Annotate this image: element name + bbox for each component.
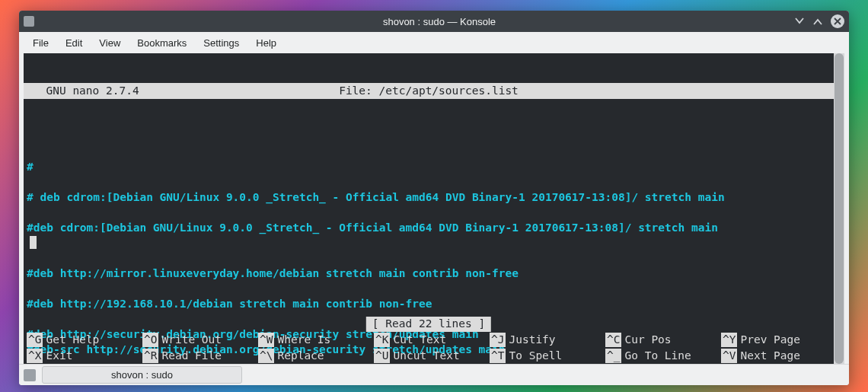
editor-line <box>24 206 834 221</box>
nano-shortcut-key: ^\ <box>258 349 274 364</box>
app-menu-icon[interactable] <box>24 16 34 27</box>
nano-shortcut-label: Write Out <box>161 333 222 348</box>
cursor <box>30 236 37 249</box>
nano-shortcut-key: ^T <box>490 349 506 364</box>
tab-session[interactable]: shovon : sudo <box>42 366 242 384</box>
nano-shortcut-label: Read File <box>161 349 222 364</box>
konsole-window: shovon : sudo — Konsole File Edit View B… <box>19 11 849 385</box>
nano-shortcut-key: ^J <box>490 333 506 348</box>
editor-line: # deb cdrom:[Debian GNU/Linux 9.0.0 _Str… <box>24 190 834 206</box>
nano-shortcut-key: ^X <box>27 349 43 364</box>
nano-shortcut: ^TTo Spell <box>487 348 602 364</box>
close-button[interactable] <box>831 14 844 28</box>
nano-shortcut: ^KCut Text <box>371 332 487 348</box>
editor-line: #deb http://192.168.10.1/debian stretch … <box>24 297 834 312</box>
nano-shortcut: ^RRead File <box>139 348 255 364</box>
nano-shortcut-label: Exit <box>46 349 72 364</box>
nano-shortcut-key: ^V <box>721 349 737 364</box>
nano-shortcut: ^OWrite Out <box>139 332 255 348</box>
menubar: File Edit View Bookmarks Settings Help <box>19 32 849 53</box>
editor-line <box>24 236 834 251</box>
editor-line <box>24 175 834 190</box>
nano-shortcut-label: Where Is <box>277 333 330 348</box>
nano-shortcut: ^YPrev Page <box>718 332 834 348</box>
nano-shortcut: ^WWhere Is <box>255 332 371 348</box>
menu-settings[interactable]: Settings <box>196 34 247 52</box>
editor-line: # <box>24 160 834 175</box>
nano-shortcut-key: ^C <box>605 333 621 348</box>
nano-shortcut-label: Prev Page <box>740 333 800 348</box>
new-tab-icon[interactable] <box>24 369 36 381</box>
window-title: shovon : sudo — Konsole <box>85 16 794 27</box>
nano-shortcut: ^\Replace <box>255 348 371 364</box>
nano-file: File: /etc/apt/sources.list <box>339 84 519 99</box>
terminal-area[interactable]: GNU nano 2.7.4 File: /etc/apt/sources.li… <box>24 53 834 364</box>
nano-shortcut-key: ^W <box>258 333 274 348</box>
nano-shortcut-key: ^K <box>374 333 390 348</box>
menu-bookmarks[interactable]: Bookmarks <box>129 34 194 52</box>
tabbar: shovon : sudo <box>19 364 849 385</box>
nano-shortcut: ^_Go To Line <box>602 348 718 364</box>
nano-shortcut-key: ^U <box>374 349 390 364</box>
editor-line <box>24 282 834 297</box>
scrollbar[interactable] <box>834 53 844 364</box>
nano-shortcut-label: Uncut Text <box>393 349 459 364</box>
nano-shortcut-label: Justify <box>509 333 555 348</box>
nano-shortcut-key: ^R <box>142 349 158 364</box>
nano-shortcut: ^GGet Help <box>24 332 139 348</box>
nano-shortcut-label: Cur Pos <box>624 333 671 348</box>
maximize-button[interactable] <box>812 16 823 27</box>
scrollbar-thumb[interactable] <box>834 53 844 364</box>
editor-line: #deb http://mirror.linuxeveryday.home/de… <box>24 266 834 282</box>
nano-shortcut-key: ^_ <box>605 349 621 364</box>
nano-shortcut-label: To Spell <box>509 349 562 364</box>
minimize-button[interactable] <box>794 16 805 27</box>
editor-line <box>24 251 834 266</box>
nano-header: GNU nano 2.7.4 File: /etc/apt/sources.li… <box>24 83 834 99</box>
nano-shortcut: ^UUncut Text <box>371 348 487 364</box>
nano-shortcut-key: ^Y <box>721 333 737 348</box>
nano-shortcut-key: ^G <box>27 333 43 348</box>
nano-shortcut-label: Get Help <box>46 333 99 348</box>
nano-version: GNU nano 2.7.4 <box>24 84 139 99</box>
menu-file[interactable]: File <box>25 34 56 52</box>
editor-line: #deb cdrom:[Debian GNU/Linux 9.0.0 _Stre… <box>24 221 834 236</box>
menu-view[interactable]: View <box>91 34 128 52</box>
titlebar[interactable]: shovon : sudo — Konsole <box>19 11 849 32</box>
nano-shortcut-label: Next Page <box>740 349 800 364</box>
nano-shortcut: ^JJustify <box>487 332 602 348</box>
nano-shortcut: ^VNext Page <box>718 348 834 364</box>
nano-shortcut-label: Cut Text <box>393 333 446 348</box>
nano-shortcut-label: Go To Line <box>624 349 691 364</box>
nano-shortcut: ^XExit <box>24 348 139 364</box>
nano-shortcut: ^CCur Pos <box>602 332 718 348</box>
menu-edit[interactable]: Edit <box>58 34 90 52</box>
nano-footer: ^GGet Help^OWrite Out^WWhere Is^KCut Tex… <box>24 332 834 364</box>
menu-help[interactable]: Help <box>248 34 284 52</box>
nano-status: [ Read 22 lines ] <box>366 317 491 332</box>
nano-shortcut-key: ^O <box>142 333 158 348</box>
nano-shortcut-label: Replace <box>277 349 324 364</box>
